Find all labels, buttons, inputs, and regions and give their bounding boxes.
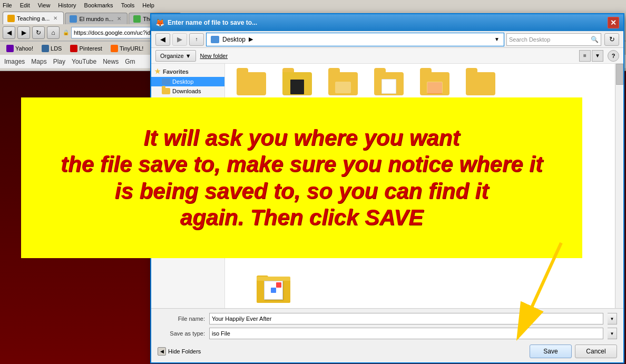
view-dropdown-button[interactable]: ▼ xyxy=(592,50,603,62)
google-nav-images[interactable]: Images xyxy=(4,58,25,65)
folder-red-thumb xyxy=(427,82,442,94)
google-nav-play[interactable]: Play xyxy=(53,58,65,65)
home-button[interactable]: ⌂ xyxy=(47,26,60,39)
file-item-6[interactable] xyxy=(461,70,500,100)
refresh-button[interactable]: ↻ xyxy=(32,26,45,39)
new-folder-button[interactable]: New folder xyxy=(200,50,228,62)
sidebar-item-desktop[interactable]: Desktop xyxy=(151,77,224,86)
desktop-icon xyxy=(162,78,170,85)
refresh-files-button[interactable]: ↻ xyxy=(604,33,619,46)
folder-icon-3 xyxy=(328,72,358,95)
scroll-thumb[interactable] xyxy=(616,64,623,85)
menu-file[interactable]: File xyxy=(3,2,12,8)
dialog-forward-button[interactable]: ▶ xyxy=(172,33,187,46)
favorites-group: ★ Favorites Desktop Downloads xyxy=(151,66,224,96)
location-bar[interactable]: Desktop ▶ ▼ xyxy=(206,33,504,46)
favorites-star-icon: ★ xyxy=(154,67,161,75)
folder-icon-4 xyxy=(374,72,404,95)
menu-history[interactable]: History xyxy=(58,2,76,8)
tab-teaching[interactable]: Teaching a... ✕ xyxy=(3,12,64,24)
favorites-header[interactable]: ★ Favorites xyxy=(151,66,224,77)
collapse-icon: ◀ xyxy=(158,347,166,356)
forward-button[interactable]: ▶ xyxy=(17,26,30,39)
help-button[interactable]: ? xyxy=(608,50,619,62)
view-buttons: ≡ ▼ xyxy=(579,50,603,62)
yahoo-icon xyxy=(6,45,14,52)
instruction-overlay: It will ask you where you want the file … xyxy=(21,97,582,258)
file-item-5[interactable] xyxy=(415,70,454,100)
dialog-title: Enter name of file to save to... xyxy=(168,19,257,26)
bookmark-yahoo-label: Yahoo! xyxy=(15,45,33,52)
google-nav-news[interactable]: News xyxy=(103,58,119,65)
bookmark-tinyurl-label: TinyURL! xyxy=(120,45,143,52)
folder-icon-6 xyxy=(466,72,495,95)
organize-label: Organize xyxy=(160,53,184,59)
dialog-up-button[interactable]: ↑ xyxy=(189,33,204,46)
lock-icon: 🔒 xyxy=(62,28,70,37)
tab-label-teaching: Teaching a... xyxy=(17,15,50,22)
favorites-label: Favorites xyxy=(163,68,189,75)
menu-tools[interactable]: Tools xyxy=(121,2,135,8)
tab-close-teaching[interactable]: ✕ xyxy=(52,15,59,22)
file-item-3[interactable] xyxy=(323,70,363,100)
file-item-1[interactable] xyxy=(231,70,271,100)
dialog-nav-toolbar: ◀ ▶ ↑ Desktop ▶ ▼ Search Desktop 🔍 ↻ xyxy=(151,31,623,48)
new-folder-label: New folder xyxy=(200,53,228,59)
bookmark-lds-label: LDS xyxy=(51,45,62,52)
files-grid xyxy=(229,68,619,102)
filename-input[interactable] xyxy=(209,313,603,324)
tab-favicon-teaching xyxy=(7,15,15,22)
pinterest-icon xyxy=(70,45,77,52)
paper-bookmark-icon xyxy=(271,288,276,293)
bookmark-tinyurl[interactable]: TinyURL! xyxy=(109,44,145,53)
savetype-label: Save as type: xyxy=(158,330,205,337)
hide-folders-button[interactable]: ◀ Hide Folders xyxy=(158,347,201,356)
scroll-track[interactable] xyxy=(615,64,623,308)
file-item-4[interactable] xyxy=(369,70,408,100)
google-nav-gm[interactable]: Gm xyxy=(125,58,135,65)
organize-button[interactable]: Organize ▼ xyxy=(155,50,196,62)
tab-mundo[interactable]: El mundo n... ✕ xyxy=(65,13,128,24)
downloads-folder-icon xyxy=(162,88,170,94)
search-icon: 🔍 xyxy=(591,36,599,43)
filename-label: File name: xyxy=(158,316,205,322)
dialog-footer: File name: ▼ Save as type: ▼ ◀ Hide Fold… xyxy=(151,308,623,362)
menu-view[interactable]: View xyxy=(38,2,51,8)
location-dropdown-button[interactable]: ▼ xyxy=(494,36,500,42)
menu-help[interactable]: Help xyxy=(142,2,154,8)
dialog-action-buttons: ◀ Hide Folders Save Cancel xyxy=(158,342,617,358)
overlay-text: It will ask you where you want the file … xyxy=(50,114,553,242)
save-button[interactable]: Save xyxy=(530,345,572,358)
tab-favicon-the xyxy=(133,15,141,23)
open-folder-paper xyxy=(264,281,283,300)
tab-favicon-mundo xyxy=(70,15,77,23)
tab-close-mundo[interactable]: ✕ xyxy=(115,15,123,22)
firefox-icon: 🦊 xyxy=(155,18,164,27)
bookmark-pinterest[interactable]: Pinterest xyxy=(68,44,104,53)
menu-bookmarks[interactable]: Bookmarks xyxy=(84,2,113,8)
sidebar-item-downloads[interactable]: Downloads xyxy=(151,86,224,96)
location-arrow: ▶ xyxy=(249,36,253,43)
open-folder-item[interactable] xyxy=(257,276,292,303)
dialog-back-button[interactable]: ◀ xyxy=(155,33,170,46)
tinyurl-icon xyxy=(111,45,118,52)
bookmark-yahoo[interactable]: Yahoo! xyxy=(4,44,35,53)
google-nav-youtube[interactable]: YouTube xyxy=(72,58,96,65)
google-nav-maps[interactable]: Maps xyxy=(31,58,46,65)
folder-icon-2 xyxy=(282,72,312,95)
paper-flag-icon xyxy=(276,282,281,288)
bookmark-lds[interactable]: LDS xyxy=(40,44,64,53)
dialog-close-button[interactable]: ✕ xyxy=(608,17,619,28)
back-button[interactable]: ◀ xyxy=(3,26,15,39)
savetype-input[interactable] xyxy=(209,328,603,339)
dialog-secondary-toolbar: Organize ▼ New folder ≡ ▼ ? xyxy=(151,48,623,64)
view-list-button[interactable]: ≡ xyxy=(579,50,591,62)
tab-label-mundo: El mundo n... xyxy=(79,16,113,22)
cancel-button[interactable]: Cancel xyxy=(575,345,617,358)
file-item-2[interactable] xyxy=(277,70,317,100)
savetype-dropdown-button[interactable]: ▼ xyxy=(608,328,617,339)
filename-dropdown-button[interactable]: ▼ xyxy=(608,313,617,324)
search-bar[interactable]: Search Desktop 🔍 xyxy=(506,33,601,46)
folder-content-icon xyxy=(290,80,304,94)
menu-edit[interactable]: Edit xyxy=(20,2,30,8)
